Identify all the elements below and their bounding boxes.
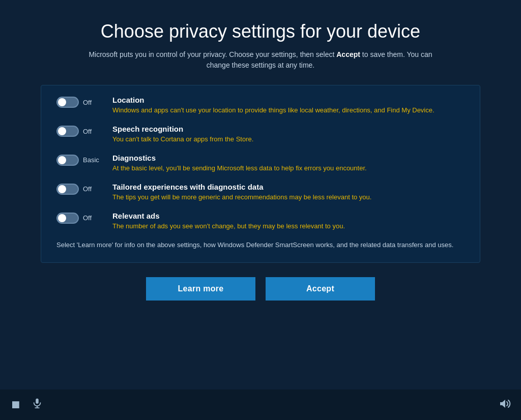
accept-button[interactable]: Accept	[266, 277, 375, 301]
subtitle-bold: Accept	[336, 50, 360, 58]
toggle-label-ads: Off	[83, 214, 92, 222]
page-subtitle: Microsoft puts you in control of your pr…	[88, 49, 433, 71]
setting-row-ads: Off Relevant ads The number of ads you s…	[56, 212, 465, 231]
setting-row-speech: Off Speech recognition You can't talk to…	[56, 125, 465, 144]
taskbar-right	[499, 398, 511, 412]
setting-title-location: Location	[112, 96, 465, 104]
toggle-location[interactable]	[56, 97, 79, 108]
toggle-label-speech: Off	[83, 128, 92, 135]
page-title: Choose privacy settings for your device	[101, 20, 420, 42]
back-icon[interactable]: ⏹	[10, 398, 21, 411]
setting-content-tailored: Tailored experiences with diagnostic dat…	[112, 183, 465, 202]
taskbar-left: ⏹	[10, 398, 499, 412]
setting-content-ads: Relevant ads The number of ads you see w…	[112, 212, 465, 231]
setting-desc-location: Windows and apps can't use your location…	[112, 106, 465, 115]
learn-more-button[interactable]: Learn more	[146, 277, 255, 301]
subtitle-pre: Microsoft puts you in control of your pr…	[89, 50, 336, 58]
setting-row-location: Off Location Windows and apps can't use …	[56, 96, 465, 115]
setting-title-diagnostics: Diagnostics	[112, 154, 465, 162]
toggle-speech[interactable]	[56, 126, 79, 137]
toggle-area-speech: Off	[56, 125, 112, 137]
main-container: Choose privacy settings for your device …	[0, 0, 521, 389]
toggle-label-diagnostics: Basic	[83, 156, 99, 164]
setting-row-tailored: Off Tailored experiences with diagnostic…	[56, 183, 465, 202]
toggle-area-tailored: Off	[56, 183, 112, 195]
info-text: Select 'Learn more' for info on the abov…	[56, 240, 465, 250]
toggle-ads[interactable]	[56, 213, 79, 224]
settings-box: Off Location Windows and apps can't use …	[41, 85, 480, 263]
taskbar: ⏹	[0, 389, 521, 420]
setting-desc-tailored: The tips you get will be more generic an…	[112, 193, 465, 202]
toggle-label-tailored: Off	[83, 185, 92, 193]
buttons-row: Learn more Accept	[41, 277, 480, 301]
setting-desc-ads: The number of ads you see won't change, …	[112, 222, 465, 231]
toggle-tailored[interactable]	[56, 184, 79, 195]
toggle-area-location: Off	[56, 96, 112, 108]
volume-icon[interactable]	[499, 398, 511, 412]
toggle-diagnostics[interactable]	[56, 155, 79, 166]
svg-rect-0	[36, 399, 39, 404]
setting-desc-speech: You can't talk to Cortana or apps from t…	[112, 135, 465, 144]
toggle-area-ads: Off	[56, 212, 112, 224]
setting-title-ads: Relevant ads	[112, 212, 465, 220]
setting-title-speech: Speech recognition	[112, 125, 465, 133]
toggle-label-location: Off	[83, 99, 92, 106]
setting-row-diagnostics: Basic Diagnostics At the basic level, yo…	[56, 154, 465, 173]
setting-content-speech: Speech recognition You can't talk to Cor…	[112, 125, 465, 144]
toggle-area-diagnostics: Basic	[56, 154, 112, 166]
svg-marker-3	[500, 400, 505, 408]
mic-icon[interactable]	[32, 398, 43, 412]
setting-desc-diagnostics: At the basic level, you'll be sending Mi…	[112, 164, 465, 173]
setting-content-diagnostics: Diagnostics At the basic level, you'll b…	[112, 154, 465, 173]
setting-content-location: Location Windows and apps can't use your…	[112, 96, 465, 115]
setting-title-tailored: Tailored experiences with diagnostic dat…	[112, 183, 465, 191]
